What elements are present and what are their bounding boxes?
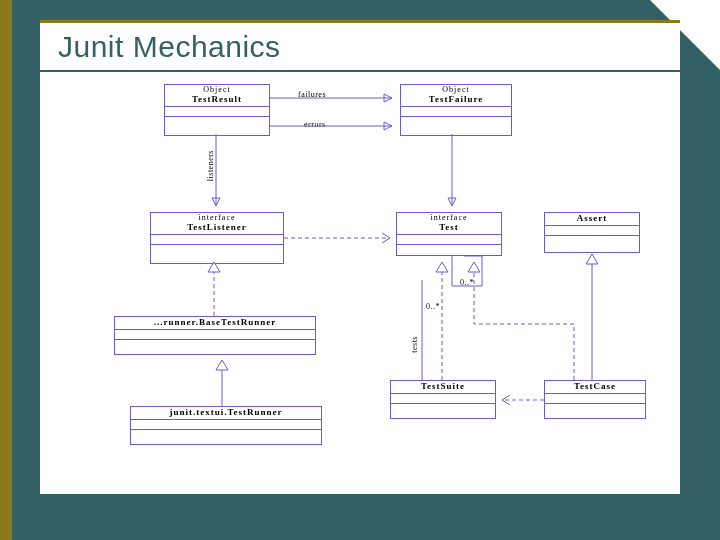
- mult-label-1: 0..*: [460, 278, 474, 287]
- class-testsuite: TestSuite: [390, 380, 496, 419]
- class-name: TestCase: [548, 382, 642, 392]
- assoc-label-errors: errors: [304, 120, 326, 129]
- uml-diagram: Object TestResult Object TestFailure int…: [54, 80, 666, 480]
- svg-marker-5: [216, 360, 228, 370]
- class-testlistener: interface TestListener: [150, 212, 284, 264]
- class-name: Assert: [548, 214, 636, 224]
- class-textui-testrunner: junit.textui.TestRunner: [130, 406, 322, 445]
- class-assert: Assert: [544, 212, 640, 253]
- class-name: Test: [400, 223, 498, 233]
- slide-page: Junit Mechanics Object TestResult Object…: [40, 20, 680, 520]
- class-testcase: TestCase: [544, 380, 646, 419]
- class-name: TestListener: [154, 223, 280, 233]
- class-testfailure: Object TestFailure: [400, 84, 512, 136]
- svg-marker-8: [586, 254, 598, 264]
- class-name: TestResult: [168, 95, 266, 105]
- class-name: ...runner.BaseTestRunner: [118, 318, 312, 328]
- assoc-label-failures: failures: [298, 90, 326, 99]
- assoc-label-tests: tests: [410, 336, 419, 353]
- class-testresult: Object TestResult: [164, 84, 270, 136]
- class-name: TestSuite: [394, 382, 492, 392]
- class-test-interface: interface Test: [396, 212, 502, 256]
- svg-marker-1: [384, 122, 392, 130]
- svg-marker-2: [212, 198, 220, 206]
- mult-label-2: 0..*: [426, 302, 440, 311]
- class-name: TestFailure: [404, 95, 508, 105]
- svg-marker-6: [436, 262, 448, 272]
- class-name: junit.textui.TestRunner: [134, 408, 318, 418]
- svg-marker-3: [448, 198, 456, 206]
- assoc-label-listeners: listeners: [206, 150, 215, 181]
- accent-bar: [0, 0, 12, 540]
- slide-title: Junit Mechanics: [40, 20, 680, 70]
- svg-marker-0: [384, 94, 392, 102]
- class-basetestrunner: ...runner.BaseTestRunner: [114, 316, 316, 355]
- diagram-container: Object TestResult Object TestFailure int…: [40, 72, 680, 494]
- svg-marker-7: [468, 262, 480, 272]
